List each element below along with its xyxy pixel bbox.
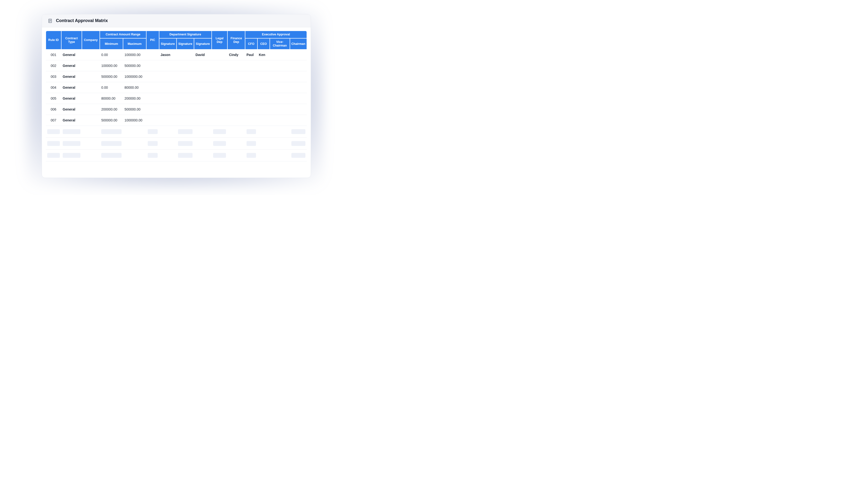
skeleton-cell — [245, 126, 257, 138]
cell-contract_type: General — [61, 60, 82, 71]
table-row[interactable]: 005General80000.00200000.00 — [46, 93, 307, 104]
cell-finance: Cindy — [227, 50, 245, 60]
skeleton-bar — [148, 141, 158, 146]
colgroup-amount-range[interactable]: Contract Amount Range — [100, 31, 146, 38]
table-header: Rule ID Contract Type Company Contract A… — [46, 31, 307, 50]
skeleton-cell — [46, 149, 61, 162]
colgroup-dept-signature[interactable]: Department Signature — [159, 31, 212, 38]
cell-vice — [270, 115, 290, 126]
cell-company — [82, 82, 100, 93]
cell-minimum: 100000.00 — [100, 60, 123, 71]
skeleton-bar — [47, 129, 60, 134]
col-rule-id[interactable]: Rule ID — [46, 31, 61, 50]
cell-ceo — [257, 71, 270, 82]
cell-minimum: 200000.00 — [100, 104, 123, 115]
skeleton-cell — [61, 126, 82, 138]
col-company[interactable]: Company — [82, 31, 100, 50]
cell-sig1 — [159, 115, 177, 126]
skeleton-cell — [177, 138, 194, 149]
cell-sig3 — [194, 93, 211, 104]
cell-chairman — [290, 82, 307, 93]
colgroup-exec-approval[interactable]: Executive Approval — [245, 31, 307, 38]
cell-company — [82, 71, 100, 82]
col-contract-type[interactable]: Contract Type — [61, 31, 82, 50]
skeleton-cell — [270, 126, 290, 138]
cell-maximum: 1000000.00 — [123, 115, 146, 126]
cell-finance — [227, 93, 245, 104]
cell-sig3 — [194, 115, 211, 126]
col-signature-2[interactable]: Signature — [177, 38, 194, 50]
cell-cfo — [245, 115, 257, 126]
cell-sig2 — [177, 50, 194, 60]
cell-sig2 — [177, 82, 194, 93]
cell-rule_id: 001 — [46, 50, 61, 60]
skeleton-cell — [100, 138, 123, 149]
cell-rule_id: 007 — [46, 115, 61, 126]
cell-vice — [270, 50, 290, 60]
page-title: Contract Approval Matrix — [56, 18, 108, 23]
cell-finance — [227, 71, 245, 82]
skeleton-cell — [257, 138, 270, 149]
cell-minimum: 0.00 — [100, 82, 123, 93]
table-wrap: Rule ID Contract Type Company Contract A… — [42, 27, 311, 162]
table-row[interactable]: 007General500000.001000000.00 — [46, 115, 307, 126]
table-row[interactable]: 003General500000.001000000.00 — [46, 71, 307, 82]
col-legal-dep[interactable]: Legal Dep — [212, 31, 228, 50]
cell-vice — [270, 82, 290, 93]
cell-minimum: 0.00 — [100, 50, 123, 60]
skeleton-cell — [177, 126, 194, 138]
cell-finance — [227, 104, 245, 115]
cell-company — [82, 50, 100, 60]
table-row[interactable]: 006General200000.00500000.00 — [46, 104, 307, 115]
col-finance-dep[interactable]: Finance Dep — [227, 31, 245, 50]
cell-legal — [212, 115, 228, 126]
skeleton-bar — [291, 153, 305, 158]
skeleton-bar — [101, 129, 122, 134]
skeleton-bar — [47, 153, 60, 158]
col-signature-3[interactable]: Signature — [194, 38, 211, 50]
cell-chairman — [290, 115, 307, 126]
cell-rule_id: 003 — [46, 71, 61, 82]
col-pic[interactable]: PIC — [146, 31, 159, 50]
skeleton-cell — [123, 126, 146, 138]
skeleton-cell — [82, 126, 100, 138]
skeleton-cell — [257, 126, 270, 138]
table-row[interactable]: 004General0.0080000.00 — [46, 82, 307, 93]
skeleton-cell — [100, 149, 123, 162]
cell-pic — [146, 60, 159, 71]
cell-finance — [227, 115, 245, 126]
cell-cfo — [245, 104, 257, 115]
skeleton-bar — [63, 141, 81, 146]
col-signature-1[interactable]: Signature — [159, 38, 177, 50]
skeleton-cell — [212, 149, 228, 162]
col-ceo[interactable]: CEO — [257, 38, 270, 50]
cell-sig1 — [159, 71, 177, 82]
cell-legal — [212, 71, 228, 82]
skeleton-cell — [61, 149, 82, 162]
cell-finance — [227, 60, 245, 71]
table-row[interactable]: 001General0.00100000.00JasonDavidCindyPa… — [46, 50, 307, 60]
cell-maximum: 80000.00 — [123, 82, 146, 93]
cell-contract_type: General — [61, 115, 82, 126]
skeleton-cell — [227, 126, 245, 138]
col-chairman[interactable]: Chairman — [290, 38, 307, 50]
cell-legal — [212, 60, 228, 71]
cell-maximum: 200000.00 — [123, 93, 146, 104]
cell-sig3 — [194, 60, 211, 71]
col-vice-chairman[interactable]: Vice-Chairman — [270, 38, 290, 50]
skeleton-cell — [212, 138, 228, 149]
skeleton-cell — [123, 149, 146, 162]
col-maximum[interactable]: Maximum — [123, 38, 146, 50]
cell-chairman — [290, 71, 307, 82]
col-minimum[interactable]: Minimum — [100, 38, 123, 50]
cell-sig2 — [177, 104, 194, 115]
cell-cfo: Paul — [245, 50, 257, 60]
cell-contract_type: General — [61, 50, 82, 60]
skeleton-row — [46, 149, 307, 162]
skeleton-body — [46, 126, 307, 162]
skeleton-cell — [146, 149, 159, 162]
cell-sig2 — [177, 93, 194, 104]
table-row[interactable]: 002General100000.00500000.00 — [46, 60, 307, 71]
cell-chairman — [290, 50, 307, 60]
col-cfo[interactable]: CFO — [245, 38, 257, 50]
